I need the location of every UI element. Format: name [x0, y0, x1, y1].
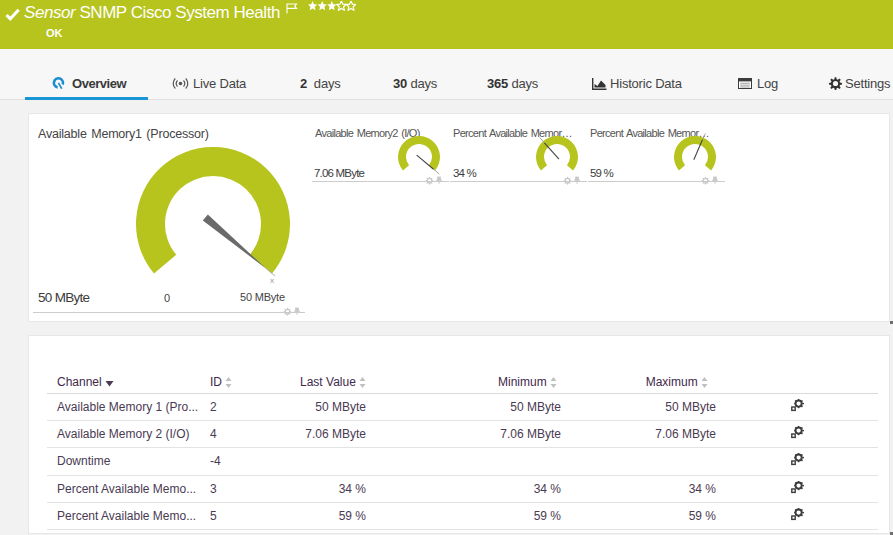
svg-text:x: x [270, 276, 274, 285]
